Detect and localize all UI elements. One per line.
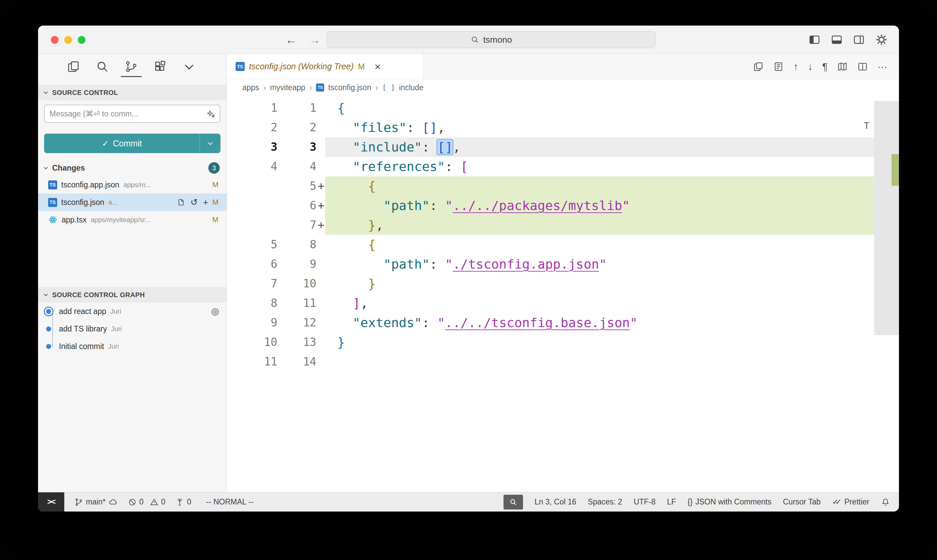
vim-mode-indicator[interactable]: -- NORMAL --	[206, 497, 254, 506]
search-view-icon[interactable]	[92, 56, 113, 77]
added-line-marker: +	[316, 176, 325, 196]
code-editor[interactable]: 11{22 "files": [],33 "include": [],44 "r…	[227, 95, 899, 492]
more-actions-icon[interactable]: ···	[877, 62, 888, 72]
split-editor-icon[interactable]	[857, 61, 868, 72]
file-row[interactable]: app.tsxapps/myviteapp/sr...M	[38, 211, 226, 229]
code-line[interactable]: 6+ "path": "../../packages/mytslib"	[227, 196, 899, 215]
commit-row[interactable]: Initial commitJuri	[38, 338, 226, 355]
added-line-marker	[316, 118, 325, 137]
code-line-content: "path": "./tsconfig.app.json"	[325, 254, 874, 274]
code-line-content: "path": "../../packages/mytslib"	[325, 196, 874, 215]
discard-changes-icon[interactable]: ↺	[191, 198, 198, 207]
code-line[interactable]: 710 }	[227, 274, 899, 294]
line-number-original: 7	[227, 274, 277, 294]
commit-dropdown-button[interactable]	[200, 134, 220, 153]
close-window-button[interactable]	[51, 36, 58, 44]
line-number-original: 3	[227, 137, 277, 157]
file-path: a...	[108, 198, 173, 206]
minimap-text: T	[864, 120, 869, 131]
commit-message-input[interactable]: Message (⌘⏎ to comm...	[44, 105, 220, 123]
indentation-indicator[interactable]: Spaces: 2	[588, 497, 622, 506]
breadcrumb-item-apps[interactable]: apps	[242, 83, 259, 92]
code-line[interactable]: 22 "files": [],	[227, 118, 899, 137]
screencast-zoom-button[interactable]	[503, 495, 523, 509]
formatter-indicator[interactable]: ✓✓ Prettier	[832, 497, 869, 506]
maximize-window-button[interactable]	[78, 36, 86, 44]
file-row[interactable]: TStsconfig.jsona... ↺+M	[38, 194, 226, 211]
whitespace-toggle-icon[interactable]: ¶	[822, 62, 828, 72]
magnifier-icon	[509, 498, 518, 506]
open-file-icon[interactable]	[177, 198, 185, 206]
commit-row[interactable]: add TS libraryJuri	[38, 320, 226, 338]
source-control-header[interactable]: SOURCE CONTROL	[38, 85, 226, 100]
added-line-marker: +	[316, 215, 325, 235]
code-line[interactable]: 44 "references": [	[227, 157, 899, 176]
code-line[interactable]: 912 "extends": "../../tsconfig.base.json…	[227, 313, 899, 332]
target-icon[interactable]: ◎	[211, 306, 219, 317]
commit-button[interactable]: ✓ Commit	[44, 134, 220, 153]
line-number-original: 9	[227, 313, 277, 332]
code-line[interactable]: 1013}	[227, 332, 899, 352]
line-number-original	[227, 215, 277, 235]
breadcrumb-item-myviteapp[interactable]: myviteapp	[270, 83, 305, 92]
tab-tsconfig-working-tree[interactable]: TS tsconfig.json (Working Tree) M ×	[227, 54, 423, 79]
commit-row[interactable]: add react appJuri◎	[38, 303, 226, 320]
cursor-tab-indicator[interactable]: Cursor Tab	[783, 497, 820, 506]
file-row[interactable]: TStsconfig.app.jsonapps/m...M	[38, 176, 226, 194]
command-center-search[interactable]: tsmono	[327, 31, 655, 48]
branch-indicator[interactable]: main*	[74, 497, 118, 507]
minimap[interactable]	[874, 95, 899, 492]
encoding-indicator[interactable]: UTF-8	[634, 497, 655, 506]
changes-section-header[interactable]: Changes 3	[38, 160, 226, 176]
added-line-marker	[316, 274, 325, 294]
code-line[interactable]: 33 "include": [],	[227, 137, 899, 157]
back-button[interactable]: ←	[285, 33, 297, 46]
previous-change-icon[interactable]: ↑	[793, 62, 799, 72]
forward-button[interactable]: →	[309, 33, 320, 46]
file-name: tsconfig.json	[61, 198, 104, 207]
search-icon	[471, 35, 479, 44]
code-line[interactable]: 5+ {	[227, 176, 899, 196]
source-control-view-icon[interactable]	[121, 56, 142, 77]
breadcrumb-separator: ›	[309, 83, 312, 92]
problems-indicator[interactable]: 0 0	[128, 497, 166, 506]
open-changes-icon[interactable]	[753, 61, 764, 72]
open-file-icon[interactable]	[773, 61, 784, 72]
minimize-window-button[interactable]	[64, 36, 72, 44]
remote-indicator[interactable]: ><	[38, 492, 64, 512]
eol-indicator[interactable]: LF	[667, 497, 676, 506]
line-number-original	[227, 176, 277, 196]
explorer-icon[interactable]	[63, 56, 84, 77]
stage-changes-icon[interactable]: +	[203, 198, 208, 207]
code-line[interactable]: 11{	[227, 98, 899, 118]
line-number-modified: 13	[277, 332, 316, 352]
copilot-sparkle-icon[interactable]	[206, 109, 215, 118]
breadcrumb-separator: ›	[375, 83, 378, 92]
code-line-content: {	[325, 176, 874, 196]
breadcrumb-item-include[interactable]: include	[399, 83, 423, 92]
code-line[interactable]: 58 {	[227, 235, 899, 254]
extensions-view-icon[interactable]	[150, 56, 171, 77]
source-control-graph-header[interactable]: SOURCE CONTROL GRAPH	[38, 287, 226, 303]
code-line[interactable]: 811 ],	[227, 294, 899, 313]
toggle-primary-sidebar-icon[interactable]	[808, 33, 821, 46]
minimap-slider[interactable]	[874, 101, 899, 335]
added-line-marker	[316, 137, 325, 157]
toggle-secondary-sidebar-icon[interactable]	[852, 33, 865, 46]
line-number-original: 1	[227, 98, 277, 118]
next-change-icon[interactable]: ↓	[808, 62, 813, 72]
settings-gear-icon[interactable]	[875, 33, 888, 46]
breadcrumb-item-tsconfig[interactable]: tsconfig.json	[328, 83, 371, 92]
cursor-position-indicator[interactable]: Ln 3, Col 16	[534, 497, 576, 506]
commit-dot-icon	[38, 326, 59, 331]
notifications-bell-icon[interactable]	[881, 497, 890, 507]
minimap-toggle-icon[interactable]	[837, 61, 848, 72]
language-mode-indicator[interactable]: {} JSON with Comments	[688, 497, 772, 506]
ports-indicator[interactable]: 0	[175, 497, 191, 506]
close-tab-icon[interactable]: ×	[375, 61, 381, 72]
code-line[interactable]: 69 "path": "./tsconfig.app.json"	[227, 254, 899, 274]
more-views-chevron-icon[interactable]	[179, 56, 200, 77]
code-line[interactable]: 7+ },	[227, 215, 899, 235]
code-line[interactable]: 1114	[227, 352, 899, 372]
toggle-panel-icon[interactable]	[830, 33, 843, 46]
